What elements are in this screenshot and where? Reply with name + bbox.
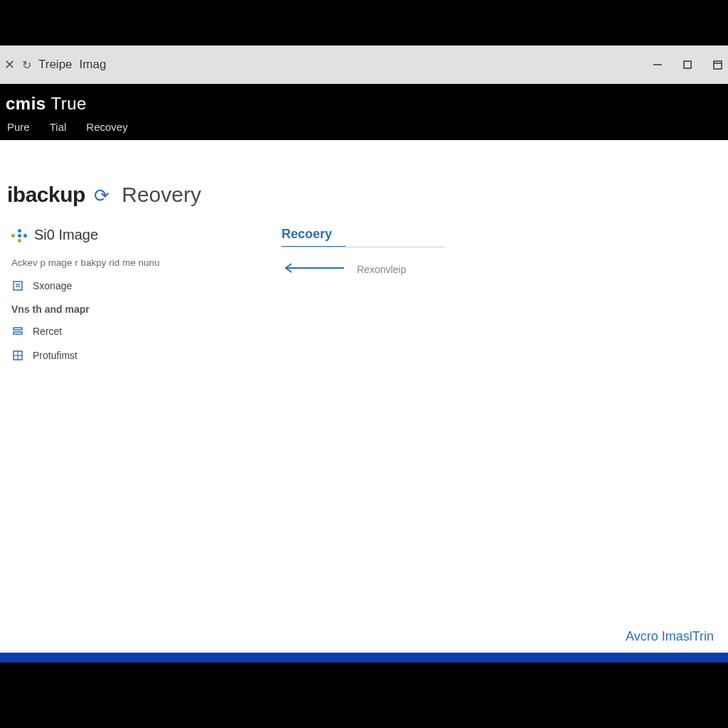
sidebar-subheading: Vns th and mapr [11, 304, 239, 315]
sidebar: Si0 Image Ackev p mage r bakpy rid me nu… [11, 227, 239, 373]
svg-rect-8 [14, 332, 22, 334]
window-restore-icon[interactable] [712, 60, 722, 70]
brand-right: True [50, 94, 86, 113]
list-icon [11, 325, 24, 338]
sidebar-item-label: Rercet [33, 326, 62, 337]
close-tab-icon[interactable]: ✕ [4, 57, 15, 73]
spinner-icon: ⟳ [94, 185, 109, 206]
svg-rect-4 [14, 282, 22, 290]
sidebar-item-recent[interactable]: Rercet [11, 325, 239, 338]
arrow-left-icon [282, 263, 346, 275]
page-title-backup: ibackup [7, 183, 85, 206]
app-tabs: Pure Tial Recovey [0, 121, 728, 140]
page-title-recovery: Reovery [122, 183, 201, 207]
titlebar-text-2: Imag [80, 58, 107, 72]
brand-left: cmis [6, 94, 46, 113]
document-icon [11, 279, 24, 292]
svg-rect-1 [684, 61, 691, 68]
section-title: Si0 Image [34, 227, 98, 243]
sidebar-item-protect[interactable]: Protufimst [11, 349, 239, 362]
recovery-row-label: Rexonvleip [357, 264, 406, 275]
section-description: Ackev p mage r bakpy rid me nunu [11, 257, 239, 268]
tab-pure[interactable]: Pure [7, 121, 30, 133]
refresh-icon[interactable]: ↻ [22, 58, 31, 72]
cluster-icon [11, 228, 27, 243]
divider [282, 247, 445, 247]
content-area: ibackup ⟳ Reovery Si0 Image Ackev p mage… [0, 140, 728, 663]
footer-brand: Avcro ImaslTrin [626, 629, 714, 644]
recovery-panel: Recoery Rexonvleip [282, 227, 509, 373]
tab-trial[interactable]: Tial [50, 121, 67, 133]
app-header: cmis True Pure Tial Recovey [0, 84, 728, 140]
app-brand: cmis True [0, 94, 728, 121]
grid-icon [11, 349, 24, 362]
titlebar: ✕ ↻ Treipe Imag [0, 46, 728, 84]
svg-rect-2 [714, 61, 722, 69]
section-head-image: Si0 Image [11, 227, 239, 243]
svg-rect-7 [14, 328, 22, 330]
sidebar-item-label: Protufimst [33, 350, 77, 361]
page-title: ibackup ⟳ Reovery [0, 140, 728, 227]
app-window: ✕ ↻ Treipe Imag cmis True [0, 46, 728, 663]
sidebar-item-label: Sxonage [33, 280, 72, 291]
titlebar-text-1: Treipe [38, 58, 73, 72]
sidebar-item-storage[interactable]: Sxonage [11, 279, 239, 292]
window-maximize-icon[interactable] [682, 60, 692, 70]
recovery-heading: Recoery [282, 227, 346, 247]
footer-bar [0, 653, 728, 663]
window-minimize-icon[interactable] [653, 60, 663, 70]
recovery-row[interactable]: Rexonvleip [282, 263, 509, 275]
tab-recovery[interactable]: Recovey [86, 121, 127, 133]
